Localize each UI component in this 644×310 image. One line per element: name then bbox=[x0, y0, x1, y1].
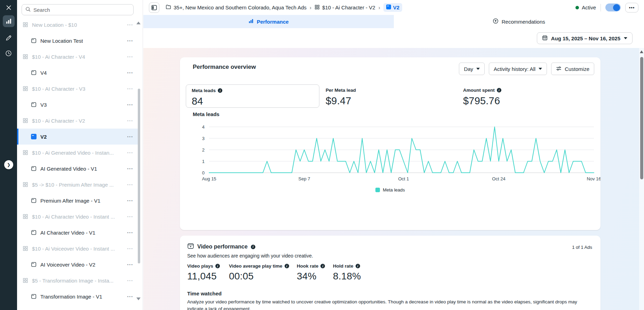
date-range-label: Aug 15, 2025 – Nov 16, 2025 bbox=[551, 35, 620, 41]
row-menu-icon[interactable]: ••• bbox=[124, 214, 133, 219]
tab-recommendations[interactable]: Recommendations bbox=[394, 15, 644, 28]
svg-text:Nov 16: Nov 16 bbox=[587, 176, 601, 181]
info-icon[interactable]: i bbox=[356, 264, 360, 268]
sidebar-item-label: New Location Test bbox=[40, 38, 83, 44]
row-menu-icon[interactable]: ••• bbox=[124, 230, 133, 235]
collapse-panel-icon[interactable] bbox=[149, 2, 159, 13]
row-menu-icon[interactable]: ••• bbox=[124, 166, 133, 171]
metric-avg-play-time: Video average play time i 00:05 bbox=[229, 263, 289, 282]
sidebar-item-label: $10 - Ai Generated Video - Instan... bbox=[32, 150, 114, 156]
row-menu-icon[interactable]: ••• bbox=[124, 134, 133, 139]
sidebar-item-ad[interactable]: AI Character Video - V1••• bbox=[17, 225, 138, 240]
expand-sidebar-button[interactable]: ❯ bbox=[4, 160, 13, 169]
sidebar-item-label: $10 - Ai Character Video - Instant ... bbox=[32, 214, 115, 220]
row-menu-icon[interactable]: ••• bbox=[124, 182, 133, 187]
bar-chart-icon[interactable] bbox=[3, 15, 15, 27]
tab-performance[interactable]: Performance bbox=[143, 15, 394, 28]
row-menu-icon[interactable]: ••• bbox=[124, 150, 133, 155]
metric-value: $795.76 bbox=[463, 95, 501, 107]
metric-label: Video average play time bbox=[229, 263, 283, 269]
row-menu-icon[interactable]: ••• bbox=[124, 23, 133, 27]
sidebar-item-campaign[interactable]: $10 - Ai Voiceover Video - Instant ...••… bbox=[17, 240, 138, 256]
sidebar-scroll-up-icon[interactable] bbox=[136, 22, 141, 24]
vertical-scrollbar[interactable] bbox=[639, 48, 644, 310]
sidebar-item-campaign[interactable]: $10 - Ai Character - V4••• bbox=[17, 49, 138, 65]
sidebar-item-ad[interactable]: AI Voiceover Video - V2••• bbox=[17, 256, 138, 272]
breadcrumb-campaign[interactable]: $10 - Ai Character - V2 bbox=[315, 5, 375, 11]
sidebar-item-campaign[interactable]: $10 - AI Character - V3••• bbox=[17, 81, 138, 97]
row-menu-icon[interactable]: ••• bbox=[124, 87, 133, 91]
info-icon[interactable]: i bbox=[497, 88, 501, 92]
more-options-button[interactable]: ••• bbox=[625, 3, 638, 13]
breadcrumb-campaign-group[interactable]: 35+, New Mexico and Southern Colorado, A… bbox=[166, 4, 307, 11]
sidebar-item-ad[interactable]: Transformation Image - V1••• bbox=[17, 288, 138, 304]
campaign-grid-icon bbox=[23, 182, 28, 187]
sidebar-scroll-down-icon[interactable] bbox=[136, 297, 141, 300]
sidebar-item-campaign[interactable]: $10 - Ai Character Video - Instant ...••… bbox=[17, 209, 138, 225]
sidebar-item-label: V2 bbox=[40, 134, 47, 140]
sidebar-item-campaign[interactable]: $5 - Transformation Image - Insta...••• bbox=[17, 272, 138, 288]
sidebar-item-label: V4 bbox=[40, 70, 47, 76]
search-input[interactable] bbox=[33, 7, 130, 13]
ad-frame-icon bbox=[31, 230, 37, 235]
row-menu-icon[interactable]: ••• bbox=[124, 39, 133, 43]
info-icon[interactable]: i bbox=[218, 88, 222, 93]
row-menu-icon[interactable]: ••• bbox=[124, 278, 133, 283]
row-menu-icon[interactable]: ••• bbox=[124, 294, 133, 299]
card-title: Performance overview bbox=[193, 64, 256, 71]
close-icon[interactable] bbox=[3, 2, 15, 14]
row-menu-icon[interactable]: ••• bbox=[124, 198, 133, 203]
sidebar-item-ad[interactable]: AI Generated Video - V1••• bbox=[17, 161, 138, 177]
info-icon[interactable]: i bbox=[251, 245, 255, 249]
clock-icon[interactable] bbox=[3, 47, 15, 59]
activity-history-label: Activity history: All bbox=[494, 66, 535, 72]
customize-button[interactable]: Customize bbox=[551, 63, 594, 75]
topbar-controls: Active ••• bbox=[575, 3, 638, 13]
row-menu-icon[interactable]: ••• bbox=[124, 246, 133, 251]
pencil-icon[interactable] bbox=[3, 32, 15, 44]
customize-label: Customize bbox=[565, 66, 589, 72]
search-input-wrap[interactable] bbox=[22, 4, 134, 15]
sidebar-item-ad[interactable]: V2••• bbox=[17, 129, 138, 145]
sidebar-item-campaign[interactable]: $10 - Ai Character - V2••• bbox=[17, 113, 138, 129]
sidebar-item-ad[interactable]: V3••• bbox=[17, 97, 138, 113]
sidebar-item-campaign[interactable]: $5 -> $10 - Premium After Image ...••• bbox=[17, 177, 138, 193]
sidebar-item-label: New Location - $10 bbox=[32, 22, 77, 28]
info-icon[interactable]: i bbox=[215, 264, 220, 268]
metric-meta-leads[interactable]: Meta leads i 84 bbox=[186, 84, 319, 108]
sidebar-item-campaign[interactable]: New Location - $10••• bbox=[17, 17, 138, 33]
scroll-up-icon[interactable] bbox=[640, 50, 643, 53]
legend-swatch-icon bbox=[375, 188, 380, 192]
calendar-icon bbox=[542, 35, 548, 42]
campaign-sidebar: New Location - $10•••New Location Test••… bbox=[17, 0, 143, 310]
sidebar-item-label: V3 bbox=[40, 102, 47, 108]
svg-text:0: 0 bbox=[202, 170, 205, 176]
row-menu-icon[interactable]: ••• bbox=[124, 55, 133, 59]
metric-video-plays: Video plays i 11,045 bbox=[187, 263, 220, 282]
sidebar-item-label: $5 - Transformation Image - Insta... bbox=[32, 278, 113, 284]
row-menu-icon[interactable]: ••• bbox=[124, 119, 133, 123]
activity-history-dropdown[interactable]: Activity history: All bbox=[489, 63, 547, 75]
sidebar-item-label: Transformation Image - V1 bbox=[40, 294, 102, 300]
info-icon[interactable]: i bbox=[285, 264, 289, 268]
interval-dropdown[interactable]: Day bbox=[459, 63, 485, 75]
campaign-grid-icon bbox=[23, 278, 28, 283]
sidebar-item-ad[interactable]: New Location Test••• bbox=[17, 33, 138, 49]
sidebar-item-campaign[interactable]: $10 - Ai Generated Video - Instan...••• bbox=[17, 145, 138, 161]
row-menu-icon[interactable]: ••• bbox=[124, 103, 133, 107]
sidebar-item-label: AI Voiceover Video - V2 bbox=[40, 262, 95, 268]
row-menu-icon[interactable]: ••• bbox=[124, 262, 133, 267]
sidebar-item-ad[interactable]: Premium After Image - V1••• bbox=[17, 193, 138, 209]
date-range-button[interactable]: Aug 15, 2025 – Nov 16, 2025 bbox=[537, 32, 633, 44]
active-toggle[interactable] bbox=[605, 3, 621, 11]
topbar: 35+, New Mexico and Southern Colorado, A… bbox=[143, 0, 644, 15]
info-icon[interactable]: i bbox=[320, 264, 325, 268]
nav-rail: ❯ bbox=[0, 0, 17, 310]
breadcrumb-ad-chip[interactable]: V2 bbox=[383, 3, 402, 12]
sidebar-item-ad[interactable]: V4••• bbox=[17, 65, 138, 81]
sidebar-scrollbar-thumb[interactable] bbox=[138, 89, 140, 263]
row-menu-icon[interactable]: ••• bbox=[124, 71, 133, 75]
ad-frame-icon bbox=[31, 70, 37, 75]
chevron-down-icon bbox=[476, 68, 480, 70]
scrollbar-thumb[interactable] bbox=[640, 57, 643, 179]
